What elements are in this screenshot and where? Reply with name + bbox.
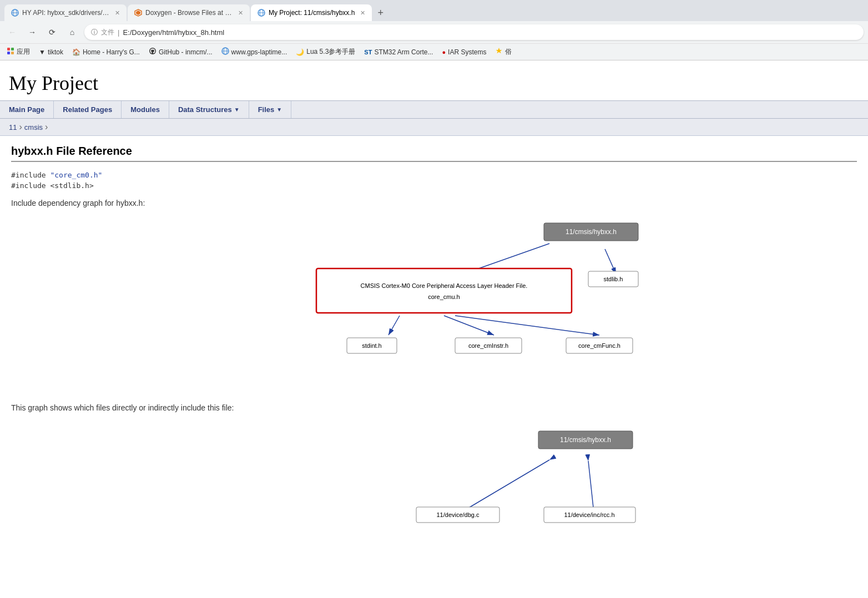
security-icon: ⓘ	[91, 28, 98, 37]
nav-item-files[interactable]: Files ▼	[249, 101, 292, 118]
included-by-graph-svg: 11/cmsis/hybxx.h 11/device/dbg.c 11/devi…	[11, 421, 733, 543]
browser-chrome: HY API: hybxx_sdk/drivers/inc/ ✕ Doxygen…	[0, 0, 868, 60]
new-tab-button[interactable]: +	[373, 5, 388, 21]
apps-icon	[7, 47, 14, 57]
tab2-close[interactable]: ✕	[238, 9, 243, 17]
bookmark-extra-label: 俗	[505, 47, 512, 57]
breadcrumb-item-11[interactable]: 11	[9, 123, 17, 131]
files-arrow: ▼	[276, 107, 282, 113]
node-stdint-label: stdint.h	[362, 342, 381, 349]
st-icon: ST	[364, 49, 372, 55]
bookmark-iar[interactable]: ● IAR Systems	[440, 47, 488, 57]
nav-item-modules[interactable]: Modules	[122, 101, 169, 118]
edge-core-stdint	[388, 316, 400, 335]
node-core-cm0-label2: core_cmu.h	[428, 293, 460, 300]
tab-2[interactable]: Doxygen - Browse Files at Sou... ✕	[128, 4, 250, 21]
edge-rcc-hybxx	[588, 461, 594, 513]
home-bm-icon: 🏠	[72, 48, 80, 56]
include-line-2: #include <stdlib.h>	[11, 181, 857, 190]
breadcrumb-sep-1: ›	[19, 122, 22, 132]
forward-button[interactable]: →	[24, 24, 40, 40]
address-separator: |	[118, 28, 119, 37]
nav-files-label: Files	[258, 105, 275, 114]
address-bar[interactable]: ⓘ 文件 | E:/Doxygen/html/hybxx_8h.html	[84, 24, 864, 40]
svg-rect-9	[11, 48, 14, 50]
nav-item-related-pages[interactable]: Related Pages	[54, 101, 122, 118]
back-button[interactable]: ←	[4, 24, 20, 40]
address-text: E:/Doxygen/html/hybxx_8h.html	[123, 28, 224, 37]
tab3-close[interactable]: ✕	[360, 9, 365, 17]
edge-core-func	[455, 316, 599, 335]
bookmark-stm32[interactable]: ST STM32 Arm Corte...	[362, 47, 435, 57]
bookmark-extra[interactable]: 俗	[493, 46, 514, 58]
tab3-favicon	[258, 9, 265, 17]
dep-graph-svg: 11/cmsis/hybxx.h CMSIS Cortex-M0 Core Pe…	[11, 213, 733, 391]
reload-button[interactable]: ⟳	[44, 24, 60, 40]
dep-graph-container: 11/cmsis/hybxx.h CMSIS Cortex-M0 Core Pe…	[11, 213, 857, 392]
edge-core-instr	[444, 316, 494, 335]
project-title: My Project	[0, 60, 868, 100]
bookmark-tiktok-label: tiktok	[48, 48, 63, 56]
bookmark-apps-label: 应用	[17, 47, 30, 57]
bookmark-lua[interactable]: 🌙 Lua 5.3参考手册	[294, 46, 357, 58]
node-core-cm0-label1: CMSIS Cortex-M0 Core Peripheral Access L…	[361, 282, 528, 289]
svg-rect-11	[11, 52, 14, 54]
tab3-label: My Project: 11/cmsis/hybxx.h	[269, 9, 355, 17]
bookmark-apps[interactable]: 应用	[4, 46, 32, 58]
breadcrumb-sep-2: ›	[45, 122, 48, 132]
tab-bar: HY API: hybxx_sdk/drivers/inc/ ✕ Doxygen…	[0, 0, 868, 21]
bookmark-stm32-label: STM32 Arm Corte...	[374, 48, 433, 56]
bookmark-gps[interactable]: www.gps-laptime...	[219, 46, 290, 58]
node-dbg-label: 11/device/dbg.c	[436, 511, 480, 518]
svg-rect-8	[7, 48, 10, 50]
bookmarks-bar: 应用 ▼ tiktok 🏠 Home - Harry's G... GitHub…	[0, 43, 868, 60]
bookmark-github[interactable]: GitHub - inmcm/...	[147, 46, 215, 58]
home-button[interactable]: ⌂	[64, 24, 80, 40]
data-structures-arrow: ▼	[234, 107, 240, 113]
node-hybxx-label: 11/cmsis/hybxx.h	[566, 228, 617, 236]
svg-rect-10	[7, 52, 10, 54]
node-core-cm0	[316, 268, 572, 313]
gps-icon	[221, 47, 229, 57]
bookmark-lua-label: Lua 5.3参考手册	[306, 47, 355, 57]
dep-graph-title: Include dependency graph for hybxx.h:	[11, 199, 857, 207]
breadcrumb-item-cmsis[interactable]: cmsis	[24, 123, 43, 131]
nav-related-pages-label: Related Pages	[63, 105, 112, 114]
edge-dbg-hybxx	[461, 460, 549, 513]
node-hybxx2-label: 11/cmsis/hybxx.h	[560, 436, 611, 444]
tab-1[interactable]: HY API: hybxx_sdk/drivers/inc/ ✕	[4, 4, 127, 21]
tab1-favicon	[11, 9, 19, 17]
main-content: hybxx.h File Reference #include "core_cm…	[0, 136, 868, 565]
included-by-graph-container: 11/cmsis/hybxx.h 11/device/dbg.c 11/devi…	[11, 421, 857, 545]
nav-item-data-structures[interactable]: Data Structures ▼	[169, 101, 249, 118]
bookmark-tiktok[interactable]: ▼ tiktok	[37, 47, 65, 57]
address-prefix-label: 文件	[101, 28, 114, 37]
file-reference-title: hybxx.h File Reference	[11, 145, 857, 162]
github-icon	[149, 47, 157, 57]
breadcrumb: 11 › cmsis ›	[0, 119, 868, 136]
page-content: My Project Main Page Related Pages Modul…	[0, 60, 868, 565]
tab1-close[interactable]: ✕	[115, 9, 120, 17]
tab-3[interactable]: My Project: 11/cmsis/hybxx.h ✕	[251, 4, 372, 21]
lua-icon: 🌙	[296, 48, 304, 56]
include-link-core-cm0[interactable]: "core_cm0.h"	[50, 171, 102, 179]
edge-hybxx-stdlib	[605, 249, 616, 274]
node-stdlib-label: stdlib.h	[604, 276, 623, 282]
bookmark-github-label: GitHub - inmcm/...	[159, 48, 213, 56]
tab1-label: HY API: hybxx_sdk/drivers/inc/	[22, 9, 109, 17]
node-core-instr-label: core_cmInstr.h	[468, 342, 508, 349]
bookmark-gps-label: www.gps-laptime...	[231, 48, 287, 56]
tab2-favicon	[134, 9, 142, 17]
nav-item-main-page[interactable]: Main Page	[0, 101, 54, 118]
nav-modules-label: Modules	[130, 105, 160, 114]
svg-marker-4	[136, 11, 140, 15]
nav-menu: Main Page Related Pages Modules Data Str…	[0, 100, 868, 119]
bookmark-home[interactable]: 🏠 Home - Harry's G...	[70, 47, 142, 57]
tiktok-icon: ▼	[39, 48, 46, 56]
tab2-label: Doxygen - Browse Files at Sou...	[145, 9, 233, 17]
node-rcc-label: 11/device/inc/rcc.h	[564, 511, 614, 518]
nav-main-page-label: Main Page	[9, 105, 44, 114]
maps-icon	[495, 47, 503, 57]
node-core-func-label: core_cmFunc.h	[578, 342, 620, 349]
nav-data-structures-label: Data Structures	[178, 105, 232, 114]
